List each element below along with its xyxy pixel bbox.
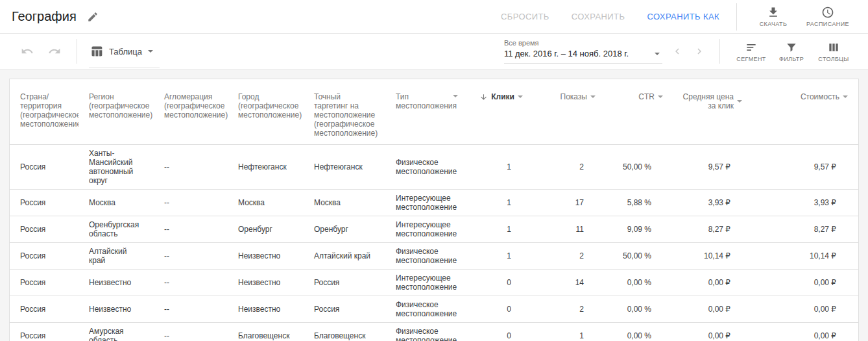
sort-descending-icon [479,93,488,101]
ctr-cell: 9,09 % [606,216,673,243]
metro-cell: -- [154,270,228,296]
previous-period-button[interactable] [669,43,686,60]
column-header-country[interactable]: Страна/территория (географическое местоп… [10,79,78,145]
segment-icon [745,41,758,54]
date-range-picker[interactable]: Все время 11 дек. 2016 г. – 14 нояб. 201… [504,39,662,64]
view-type-selector[interactable]: Таблица [89,40,160,63]
clock-icon [821,6,834,19]
column-header-exact-target[interactable]: Точный таргетинг на местоположение (геог… [304,79,385,145]
table-row: Россия Алтайский край -- Неизвестно Алта… [10,243,858,270]
column-header-location-type[interactable]: Тип местоположения [385,79,468,145]
chevron-down-icon [148,50,153,53]
columns-button[interactable]: СТОЛБЦЫ [812,40,855,64]
column-header-cost[interactable]: Стоимость [753,79,858,145]
city-cell: Москва [228,190,304,216]
metro-cell: -- [154,323,228,341]
redo-icon [48,45,61,58]
impressions-cell: 17 [533,190,606,216]
country-cell: Россия [10,270,78,296]
schedule-label: РАСПИСАНИЕ [806,21,849,27]
chevron-right-icon [693,45,705,57]
target-cell: Благовещенск [304,323,385,341]
edit-title-button[interactable] [84,8,101,25]
chevron-down-icon [737,100,742,103]
metro-cell: -- [154,296,228,323]
reset-button[interactable]: СБРОСИТЬ [501,12,549,21]
column-header-avg-cpc[interactable]: Средняя цена за клик [673,79,753,145]
column-label: Точный таргетинг на местоположение (геог… [314,92,378,138]
country-cell: Россия [10,145,78,190]
location-type-cell: Физическое местоположение [385,243,468,270]
city-cell: Нефтеюганск [228,145,304,190]
pencil-icon [87,11,99,23]
location-type-cell: Физическое местоположение [385,296,468,323]
cost-cell: 0,00 ₽ [753,323,858,341]
city-cell: Благовещенск [228,323,304,341]
column-label: CTR [638,92,655,101]
column-label: Агломерация (географическое местоположен… [164,92,228,120]
next-period-button[interactable] [691,43,708,60]
location-type-cell: Интересующее местоположение [385,216,468,243]
region-cell: Неизвестно [78,296,154,323]
filter-button[interactable]: ФИЛЬТР [771,40,812,64]
column-header-ctr[interactable]: CTR [606,79,673,145]
columns-icon [827,41,840,54]
column-label: Клики [491,92,514,101]
filter-funnel-icon [785,41,798,54]
geography-report-table: Страна/территория (географическое местоп… [10,79,858,341]
ctr-cell: 0,00 % [606,270,673,296]
impressions-cell: 2 [533,296,606,323]
cost-cell: 10,14 ₽ [753,243,858,270]
region-cell: Ханты-Мансийский автономный округ [78,145,154,190]
cost-cell: 0,00 ₽ [753,296,858,323]
avg-cpc-cell: 3,93 ₽ [673,190,753,216]
undo-button[interactable] [17,41,38,62]
city-cell: Неизвестно [228,270,304,296]
save-button[interactable]: СОХРАНИТЬ [572,12,625,21]
schedule-button[interactable]: РАСПИСАНИЕ [801,5,855,29]
cost-cell: 0,00 ₽ [753,270,858,296]
ctr-cell: 0,00 % [606,323,673,341]
impressions-cell: 11 [533,216,606,243]
location-type-cell: Физическое местоположение [385,323,468,341]
location-type-cell: Интересующее местоположение [385,190,468,216]
table-row: Россия Неизвестно -- Неизвестно Россия И… [10,270,858,296]
avg-cpc-cell: 0,00 ₽ [673,296,753,323]
avg-cpc-cell: 8,27 ₽ [673,216,753,243]
metro-cell: -- [154,190,228,216]
chevron-down-icon [843,95,848,98]
target-cell: Алтайский край [304,243,385,270]
impressions-cell: 14 [533,270,606,296]
column-header-region[interactable]: Регион (географическое местоположение) [78,79,154,145]
avg-cpc-cell: 10,14 ₽ [673,243,753,270]
column-header-city[interactable]: Город (географическое местоположение) [228,79,304,145]
avg-cpc-cell: 9,57 ₽ [673,145,753,190]
column-label: Город (географическое местоположение) [238,92,302,120]
target-cell: Оренбург [304,216,385,243]
target-cell: Нефтеюганск [304,145,385,190]
clicks-cell: 0 [468,296,533,323]
column-header-metro[interactable]: Агломерация (географическое местоположен… [154,79,228,145]
column-header-impressions[interactable]: Показы [533,79,606,145]
save-as-button[interactable]: СОХРАНИТЬ КАК [647,12,719,21]
metro-cell: -- [154,243,228,270]
clicks-cell: 1 [468,190,533,216]
column-label: Средняя цена за клик [677,92,734,110]
clicks-cell: 1 [468,145,533,190]
column-header-clicks[interactable]: Клики [468,79,533,145]
region-cell: Алтайский край [78,243,154,270]
page-title: География [12,9,77,24]
target-cell: Россия [304,270,385,296]
main-content: Страна/территория (географическое местоп… [0,69,868,341]
chevron-down-icon [518,95,523,98]
column-label: Страна/территория (географическое местоп… [20,92,78,129]
segment-button[interactable]: СЕГМЕНТ [732,40,771,64]
download-button[interactable]: СКАЧАТЬ [746,5,801,29]
table-row: Россия Неизвестно -- Неизвестно Россия Ф… [10,296,858,323]
toolbar: Таблица Все время 11 дек. 2016 г. – 14 н… [0,34,868,69]
region-cell: Амурская область [78,323,154,341]
undo-icon [21,45,34,58]
redo-button[interactable] [44,41,65,62]
view-type-label: Таблица [109,47,142,57]
avg-cpc-cell: 0,00 ₽ [673,270,753,296]
